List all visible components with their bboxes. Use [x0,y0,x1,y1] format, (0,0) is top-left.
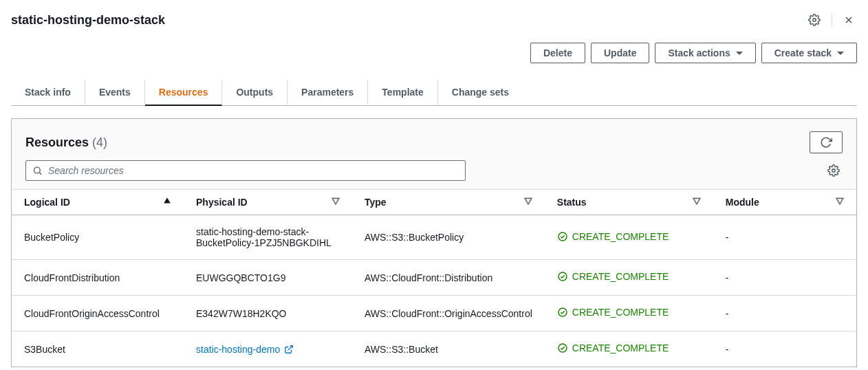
svg-line-9 [288,345,292,349]
close-button[interactable] [840,12,857,28]
col-label: Status [557,197,587,208]
panel-title-text: Resources [25,135,89,149]
refresh-icon [820,136,832,149]
status-badge: CREATE_COMPLETE [557,307,669,318]
col-status[interactable]: Status [545,190,713,215]
top-icons [805,11,857,29]
col-module[interactable]: Module [713,190,856,215]
tabs: Stack infoEventsResourcesOutputsParamete… [11,80,857,106]
cell-module: - [713,215,856,260]
cell-logical: S3Bucket [12,331,184,367]
status-text: CREATE_COMPLETE [572,231,669,242]
panel-count: (4) [92,135,107,149]
cell-status: CREATE_COMPLETE [545,215,713,260]
cell-type: AWS::CloudFront::OriginAccessControl [352,296,545,331]
link-text: static-hosting-demo [196,344,280,355]
tab-change-sets[interactable]: Change sets [438,80,523,106]
divider [832,13,832,27]
cell-physical: static-hosting-demo-stack-BucketPolicy-1… [184,215,352,260]
col-logical[interactable]: Logical ID [12,190,184,215]
panel-title: Resources (4) [25,135,107,150]
create-stack-label: Create stack [774,47,832,58]
cell-type: AWS::CloudFront::Distribution [352,260,545,296]
stack-actions-button[interactable]: Stack actions [655,43,755,63]
search-input[interactable] [25,160,466,181]
cell-logical: CloudFrontOriginAccessControl [12,296,184,331]
close-icon [843,14,854,25]
table-row: CloudFrontOriginAccessControlE342W7W18H2… [12,296,856,331]
cell-logical: CloudFrontDistribution [12,260,184,296]
external-link-icon [284,345,294,354]
cell-physical: EUWGGQBCTO1G9 [184,260,352,296]
tab-stack-info[interactable]: Stack info [11,80,85,106]
cell-status: CREATE_COMPLETE [545,260,713,296]
cell-status: CREATE_COMPLETE [545,296,713,331]
search-icon [32,166,43,176]
check-circle-icon [557,307,568,318]
create-stack-button[interactable]: Create stack [761,43,857,63]
stack-actions-label: Stack actions [668,47,730,58]
cell-physical: static-hosting-demo [184,331,352,367]
sort-icon[interactable] [524,197,532,205]
tab-outputs[interactable]: Outputs [222,80,287,106]
delete-button[interactable]: Delete [530,43,585,63]
svg-point-0 [813,19,816,22]
cell-type: AWS::S3::Bucket [352,331,545,367]
cell-type: AWS::S3::BucketPolicy [352,215,545,260]
search-box [25,160,466,181]
cell-module: - [713,260,856,296]
caret-down-icon [837,52,844,55]
svg-point-5 [832,169,836,173]
status-text: CREATE_COMPLETE [572,271,669,282]
svg-line-4 [39,173,41,175]
cell-status: CREATE_COMPLETE [545,331,713,367]
sort-asc-icon[interactable] [163,197,171,205]
check-circle-icon [557,342,568,353]
col-label: Logical ID [24,197,70,208]
check-circle-icon [557,231,568,242]
cell-logical: BucketPolicy [12,215,184,260]
page-title: static-hosting-demo-stack [11,13,165,28]
status-badge: CREATE_COMPLETE [557,342,669,353]
resources-panel: Resources (4) Logical ID [11,118,857,367]
sort-icon[interactable] [693,197,701,205]
tab-parameters[interactable]: Parameters [287,80,368,106]
table-row: CloudFrontDistributionEUWGGQBCTO1G9AWS::… [12,260,856,296]
cell-module: - [713,296,856,331]
refresh-button[interactable] [810,131,843,153]
settings-button[interactable] [805,11,823,29]
col-physical[interactable]: Physical ID [184,190,352,215]
col-type[interactable]: Type [352,190,545,215]
col-label: Physical ID [196,197,248,208]
col-label: Type [365,197,387,208]
sort-icon[interactable] [836,197,844,205]
sort-icon[interactable] [332,197,340,205]
status-text: CREATE_COMPLETE [572,342,669,353]
check-circle-icon [557,271,568,282]
update-button[interactable]: Update [591,43,649,63]
cell-module: - [713,331,856,367]
table-row: S3Bucketstatic-hosting-demo AWS::S3::Buc… [12,331,856,367]
table-settings-button[interactable] [825,162,843,179]
status-text: CREATE_COMPLETE [572,307,669,318]
gear-icon [808,14,821,26]
gear-icon [827,164,840,177]
tab-template[interactable]: Template [368,80,437,106]
resources-table: Logical ID Physical ID Type [12,189,856,367]
physical-id-link[interactable]: static-hosting-demo [196,344,294,355]
svg-point-3 [34,167,41,173]
cell-physical: E342W7W18H2KQO [184,296,352,331]
tab-resources[interactable]: Resources [145,80,223,106]
status-badge: CREATE_COMPLETE [557,271,669,282]
table-row: BucketPolicystatic-hosting-demo-stack-Bu… [12,215,856,260]
tab-events[interactable]: Events [85,80,145,106]
action-row: Delete Update Stack actions Create stack [11,43,857,63]
caret-down-icon [736,52,743,55]
status-badge: CREATE_COMPLETE [557,231,669,242]
col-label: Module [726,197,759,208]
